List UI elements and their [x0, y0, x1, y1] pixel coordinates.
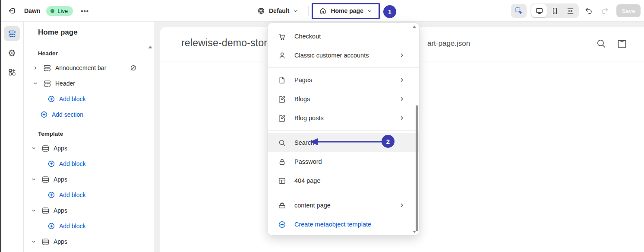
chevron-right-icon — [399, 115, 404, 121]
desktop-icon — [535, 7, 543, 15]
cart-icon — [278, 32, 286, 41]
theme-editor: Dawn Live ••• Default — [0, 0, 644, 252]
plus-circle-icon — [47, 191, 55, 199]
lock-icon — [278, 158, 286, 166]
menu-item-search[interactable]: Search — [268, 133, 419, 152]
add-block-label: Add block — [59, 96, 85, 102]
fullwidth-icon — [566, 7, 575, 15]
more-actions-button[interactable]: ••• — [79, 6, 91, 16]
menu-item-blogs[interactable]: Blogs — [268, 89, 419, 108]
group-label-template: Template — [24, 130, 153, 137]
menu-item-content-page[interactable]: content page — [268, 196, 419, 215]
section-row-label: Apps — [54, 207, 67, 214]
cart-bag-icon[interactable] — [616, 38, 628, 49]
theme-version-dropdown[interactable]: Default — [253, 3, 302, 18]
menu-scrollbar-thumb[interactable] — [416, 105, 418, 231]
add-block-button[interactable]: Add block — [24, 187, 153, 203]
save-button[interactable]: Save — [616, 4, 641, 17]
globe-icon — [257, 7, 265, 15]
theme-name: Dawn — [24, 7, 40, 14]
section-icon — [43, 64, 51, 72]
chevron-down-icon[interactable] — [29, 177, 38, 182]
menu-item-label: Classic customer accounts — [294, 52, 369, 59]
page-icon — [278, 76, 286, 84]
chevron-down-icon[interactable] — [29, 239, 38, 244]
theme-version-label: Default — [269, 7, 289, 14]
chevron-right-icon[interactable] — [31, 66, 40, 70]
add-block-label: Add block — [59, 191, 85, 198]
rail-apps-button[interactable] — [4, 64, 20, 80]
inspect-button[interactable] — [511, 4, 527, 18]
menu-item-password[interactable]: Password — [268, 152, 419, 171]
apps-section-icon — [41, 207, 50, 215]
topbar-right: Save — [511, 0, 641, 22]
section-row-apps[interactable]: Apps — [24, 172, 153, 187]
blog-edit-icon — [278, 114, 286, 122]
menu-item-label: 404 page — [294, 177, 320, 184]
menu-item-blog-posts[interactable]: Blog posts — [268, 108, 419, 128]
menu-item-checkout[interactable]: Checkout — [268, 27, 419, 46]
group-label-header: Header — [24, 49, 153, 57]
browser-window-icon — [278, 177, 286, 185]
add-section-button[interactable]: Add section — [24, 107, 153, 122]
rail-sections-button[interactable] — [4, 26, 20, 41]
section-row-announcement-bar[interactable]: Announcement bar — [24, 60, 153, 76]
section-row-label: Header — [55, 80, 75, 87]
undo-button[interactable] — [583, 5, 595, 17]
exit-editor-button[interactable] — [6, 5, 18, 17]
section-row-apps[interactable]: Apps — [24, 140, 153, 156]
apps-section-icon — [41, 238, 50, 246]
mobile-preview-button[interactable] — [547, 4, 562, 17]
chevron-down-icon[interactable] — [31, 81, 40, 86]
section-row-label: Apps — [54, 176, 67, 183]
section-row-apps[interactable]: Apps — [24, 203, 153, 218]
menu-item-create-metaobject-template[interactable]: Create metaobject template — [268, 215, 419, 234]
chevron-down-icon[interactable] — [29, 208, 38, 213]
menu-item-pages[interactable]: Pages — [268, 70, 419, 89]
device-preview-group — [530, 3, 579, 18]
apps-section-icon — [41, 144, 50, 153]
menu-item-classic-customer-accounts[interactable]: Classic customer accounts — [268, 46, 419, 65]
undo-icon — [584, 6, 593, 15]
menu-divider — [268, 130, 419, 131]
add-block-label: Add block — [59, 223, 85, 230]
hidden-eye-icon[interactable] — [129, 64, 137, 72]
fullwidth-preview-button[interactable] — [562, 4, 578, 17]
search-icon[interactable] — [596, 38, 607, 49]
menu-item-label: Create metaobject template — [294, 221, 371, 228]
panel-title: Home page — [24, 22, 153, 43]
page-selector-label: Home page — [331, 7, 363, 14]
live-dot-icon — [51, 9, 54, 13]
chevron-right-icon — [399, 77, 404, 83]
menu-item-label: Password — [294, 158, 322, 165]
add-block-button[interactable]: Add block — [24, 156, 153, 172]
topbar-center: Default Home page — [253, 0, 376, 22]
person-icon — [278, 51, 286, 60]
topbar-left: Dawn Live ••• — [6, 0, 91, 22]
section-row-apps[interactable]: Apps — [24, 234, 153, 249]
chevron-down-icon[interactable] — [29, 146, 38, 150]
section-row-label: Apps — [54, 145, 67, 152]
page-selector-dropdown[interactable]: Home page — [315, 3, 376, 18]
redo-button[interactable] — [599, 5, 611, 17]
menu-item-404-page[interactable]: 404 page — [268, 171, 419, 190]
add-block-button[interactable]: Add block — [24, 218, 153, 234]
section-row-header[interactable]: Header — [24, 76, 153, 91]
menu-item-label: Blog posts — [294, 115, 324, 121]
plus-circle-icon — [47, 222, 55, 230]
desktop-preview-button[interactable] — [531, 4, 547, 17]
plus-circle-icon — [40, 111, 48, 118]
metaobject-blocks-icon — [278, 201, 286, 210]
rail-settings-button[interactable]: ⚙ — [4, 45, 20, 61]
mobile-icon — [551, 7, 559, 15]
apps-section-icon — [41, 175, 50, 184]
section-row-label: Announcement bar — [55, 64, 106, 71]
topbar-divider — [308, 6, 309, 16]
home-icon — [319, 7, 327, 15]
redo-icon — [600, 6, 609, 15]
window-edge — [0, 0, 1, 252]
add-section-label: Add section — [52, 111, 83, 118]
topbar: Dawn Live ••• Default — [0, 0, 644, 22]
add-block-button[interactable]: Add block — [24, 91, 153, 107]
menu-item-label: content page — [294, 202, 331, 209]
